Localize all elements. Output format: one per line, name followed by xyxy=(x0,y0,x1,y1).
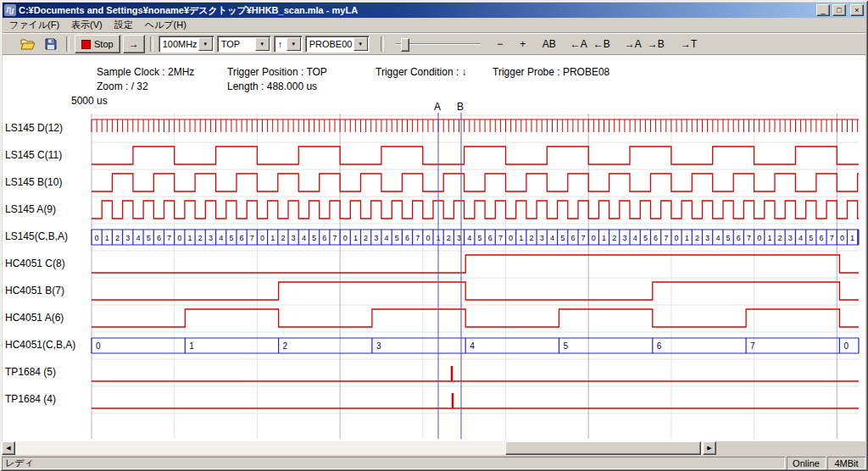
cursor-b-label[interactable]: B xyxy=(455,101,465,113)
close-button[interactable]: × xyxy=(850,4,864,16)
minimize-button[interactable]: _ xyxy=(816,4,830,16)
goto-cursor-b-back-button[interactable]: ←B xyxy=(592,36,612,53)
zoom-out-button[interactable]: − xyxy=(490,36,510,53)
channel-label: LS145 C(11) xyxy=(5,149,62,161)
goto-trigger-button[interactable]: →T xyxy=(679,36,699,53)
run-button[interactable]: → xyxy=(123,35,145,53)
channel-label: HC4051 B(7) xyxy=(5,285,64,296)
stop-icon xyxy=(81,40,91,49)
chevron-down-icon[interactable]: ▼ xyxy=(198,37,213,51)
status-online-badge: Online xyxy=(787,457,826,469)
length-info: Length : 488.000 us xyxy=(227,80,317,92)
cursor-a-label[interactable]: A xyxy=(432,101,442,113)
trigger-position-value: TOP xyxy=(218,36,254,52)
status-bar: レディ Online 4MBit xyxy=(2,457,866,469)
channel-label: HC4051 C(8) xyxy=(5,258,65,269)
trigger-probe-value: PROBE00 xyxy=(306,36,353,52)
zoom-slider-thumb[interactable] xyxy=(401,38,409,52)
open-file-button[interactable] xyxy=(18,35,38,53)
window-title: C:¥Documents and Settings¥noname¥デスクトップ¥… xyxy=(19,4,814,17)
zoom-info: Zoom : / 32 xyxy=(97,80,148,92)
trigger-position-select[interactable]: TOP ▼ xyxy=(217,36,271,53)
stop-button[interactable]: Stop xyxy=(75,35,120,53)
save-button[interactable] xyxy=(41,35,61,53)
trigger-condition-info: Trigger Condition : ↓ xyxy=(376,66,467,78)
zoom-slider[interactable] xyxy=(394,36,482,53)
trigger-edge-select[interactable]: ↑ ▼ xyxy=(274,36,303,53)
status-ready: レディ xyxy=(2,457,785,469)
zoom-in-button[interactable]: + xyxy=(513,36,533,53)
trigger-edge-value: ↑ xyxy=(275,36,286,52)
scrollbar-track[interactable] xyxy=(15,441,703,455)
channel-label: LS145 B(10) xyxy=(5,176,62,188)
toolbar-separator xyxy=(381,36,384,52)
title-bar: C:¥Documents and Settings¥noname¥デスクトップ¥… xyxy=(3,3,865,18)
floppy-save-icon xyxy=(45,38,57,50)
chevron-down-icon[interactable]: ▼ xyxy=(353,37,368,51)
chevron-down-icon[interactable]: ▼ xyxy=(255,37,270,51)
trigger-probe-select[interactable]: PROBE00 ▼ xyxy=(305,36,370,53)
menu-item-view[interactable]: 表示(V) xyxy=(65,17,108,33)
channel-label: HC4051(C,B,A) xyxy=(5,339,75,351)
status-memory-badge: 4MBit xyxy=(827,457,865,469)
goto-cursor-b-fwd-button[interactable]: →B xyxy=(646,36,666,53)
app-window: C:¥Documents and Settings¥noname¥デスクトップ¥… xyxy=(0,0,868,471)
ab-range-button[interactable]: AB xyxy=(539,36,559,53)
menu-item-help[interactable]: ヘルプ(H) xyxy=(139,17,192,33)
time-scale-label: 5000 us xyxy=(71,95,108,107)
trigger-probe-info: Trigger Probe : PROBE08 xyxy=(492,66,609,78)
chevron-down-icon[interactable]: ▼ xyxy=(287,37,301,51)
menu-item-file[interactable]: ファイル(F) xyxy=(3,17,65,33)
menu-bar: ファイル(F) 表示(V) 設定 ヘルプ(H) xyxy=(3,18,865,33)
app-icon xyxy=(4,4,16,16)
horizontal-scrollbar[interactable]: ◀ ▶ xyxy=(2,441,716,455)
channel-label: LS145 A(9) xyxy=(5,203,56,215)
waveform-client-area xyxy=(3,55,865,441)
toolbar-separator xyxy=(150,36,153,52)
scroll-right-icon[interactable]: ▶ xyxy=(703,441,716,455)
toolbar-separator xyxy=(66,36,70,52)
channel-label: TP1684 (5) xyxy=(5,366,56,378)
sample-clock-select[interactable]: 100MHz ▼ xyxy=(159,36,214,53)
menu-item-settings[interactable]: 設定 xyxy=(108,17,139,33)
sample-clock-info: Sample Clock : 2MHz xyxy=(97,66,194,78)
goto-cursor-a-back-button[interactable]: ←A xyxy=(569,36,589,53)
scrollbar-thumb[interactable] xyxy=(505,441,701,455)
trigger-position-info: Trigger Position : TOP xyxy=(227,66,327,78)
channel-label: LS145 D(12) xyxy=(5,122,63,134)
channel-label: TP1684 (4) xyxy=(5,393,56,405)
channel-label: HC4051 A(6) xyxy=(5,312,64,324)
toolbar: Stop → 100MHz ▼ TOP ▼ ↑ ▼ PROBE00 ▼ − + … xyxy=(3,33,865,55)
stop-button-label: Stop xyxy=(94,39,114,49)
folder-open-icon xyxy=(20,38,36,50)
scroll-left-icon[interactable]: ◀ xyxy=(2,441,15,455)
maximize-button[interactable]: □ xyxy=(832,4,846,16)
channel-label: LS145(C,B,A) xyxy=(5,230,68,242)
goto-cursor-a-fwd-button[interactable]: →A xyxy=(623,36,643,53)
sample-clock-value: 100MHz xyxy=(159,36,198,52)
